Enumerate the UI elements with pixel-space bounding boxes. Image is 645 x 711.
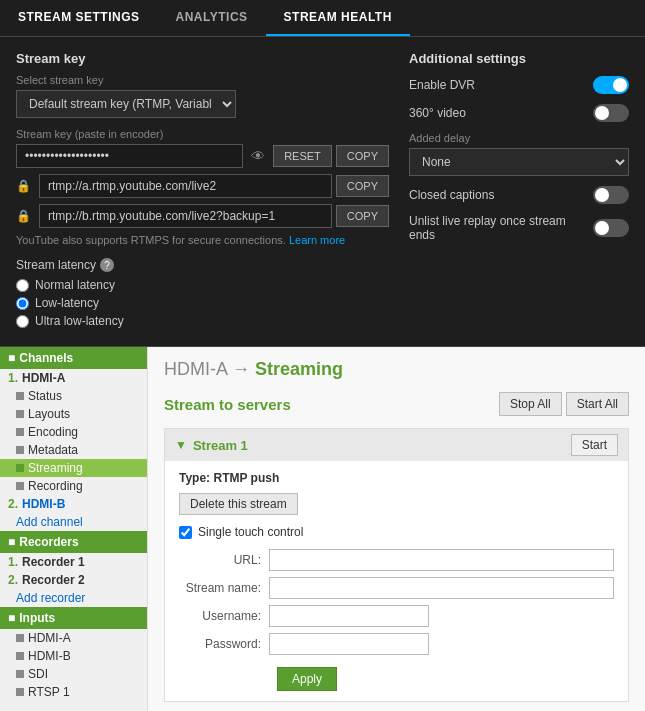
tabs-bar: STREAM SETTINGS ANALYTICS STREAM HEALTH	[0, 0, 645, 37]
username-input[interactable]	[269, 605, 429, 627]
recorders-arrow-icon: ■	[8, 535, 15, 549]
stream-settings-left: Stream key Select stream key Default str…	[16, 51, 389, 332]
page-title: HDMI-A → Streaming	[164, 359, 629, 380]
latency-normal-label: Normal latency	[35, 278, 115, 292]
help-icon: ?	[100, 258, 114, 272]
main-content: HDMI-A → Streaming Stream to servers Sto…	[148, 347, 645, 711]
password-row: Password:	[179, 633, 614, 655]
delay-label: Added delay	[409, 132, 629, 144]
inputs-header-label: Inputs	[19, 611, 55, 625]
delete-stream-button[interactable]: Delete this stream	[179, 493, 298, 515]
stream-key-input[interactable]	[16, 144, 243, 168]
encoding-label: Encoding	[28, 425, 78, 439]
password-input[interactable]	[269, 633, 429, 655]
backup-url-row: 🔒 COPY	[16, 204, 389, 228]
rtsp1-input-icon	[16, 688, 24, 696]
streaming-square-icon	[16, 464, 24, 472]
copy-backup-button[interactable]: COPY	[336, 205, 389, 227]
sidebar-item-hdmi-a-header[interactable]: 1. HDMI-A	[0, 369, 147, 387]
select-stream-key-label: Select stream key	[16, 74, 389, 86]
sidebar-item-streaming[interactable]: Streaming	[0, 459, 147, 477]
stop-all-button[interactable]: Stop All	[499, 392, 562, 416]
stream-1-header-left: ▼ Stream 1	[175, 438, 248, 453]
server-url-row: 🔒 COPY	[16, 174, 389, 198]
stream-name-input[interactable]	[269, 577, 614, 599]
channels-header: ■ Channels	[0, 347, 147, 369]
stream-settings-right: Additional settings Enable DVR 360° vide…	[409, 51, 629, 332]
url-input[interactable]	[269, 549, 614, 571]
type-label: Type:	[179, 471, 210, 485]
single-touch-checkbox[interactable]	[179, 526, 192, 539]
sidebar-item-hdmi-a-input[interactable]: HDMI-A	[0, 629, 147, 647]
tab-stream-settings[interactable]: STREAM SETTINGS	[0, 0, 158, 36]
bottom-section: ■ Channels 1. HDMI-A Status Layouts Enco…	[0, 347, 645, 711]
video360-toggle[interactable]	[593, 104, 629, 122]
delay-dropdown[interactable]: None	[409, 148, 629, 176]
sidebar-item-recorder1[interactable]: 1. Recorder 1	[0, 553, 147, 571]
stream-settings-content: Stream key Select stream key Default str…	[0, 37, 645, 346]
status-square-icon	[16, 392, 24, 400]
dvr-toggle[interactable]	[593, 76, 629, 94]
sidebar-item-sdi-input[interactable]: SDI	[0, 665, 147, 683]
layouts-square-icon	[16, 410, 24, 418]
latency-ultra[interactable]: Ultra low-latency	[16, 314, 389, 328]
sidebar-item-add-recorder[interactable]: Add recorder	[0, 589, 147, 607]
channel-1-label: HDMI-A	[22, 371, 65, 385]
tab-stream-health[interactable]: STREAM HEALTH	[266, 0, 410, 36]
stream-key-field-label: Stream key (paste in encoder)	[16, 128, 389, 140]
latency-low-radio[interactable]	[16, 297, 29, 310]
top-section: STREAM SETTINGS ANALYTICS STREAM HEALTH …	[0, 0, 645, 346]
copy-url-button[interactable]: COPY	[336, 175, 389, 197]
apply-button[interactable]: Apply	[277, 667, 337, 691]
copy-key-button[interactable]: COPY	[336, 145, 389, 167]
latency-normal[interactable]: Normal latency	[16, 278, 389, 292]
username-label: Username:	[179, 609, 269, 623]
latency-section: Stream latency ? Normal latency Low-late…	[16, 258, 389, 328]
sidebar-item-rtsp1-input[interactable]: RTSP 1	[0, 683, 147, 701]
channel-2-num: 2.	[8, 497, 18, 511]
stream-1-card: ▼ Stream 1 Start Type: RTMP push Delete …	[164, 428, 629, 702]
hdmi-a-input-label: HDMI-A	[28, 631, 71, 645]
learn-more-link[interactable]: Learn more	[289, 234, 345, 246]
latency-normal-radio[interactable]	[16, 279, 29, 292]
sidebar-item-layouts[interactable]: Layouts	[0, 405, 147, 423]
sidebar-item-status[interactable]: Status	[0, 387, 147, 405]
reset-button[interactable]: RESET	[273, 145, 332, 167]
sidebar: ■ Channels 1. HDMI-A Status Layouts Enco…	[0, 347, 148, 711]
start-all-button[interactable]: Start All	[566, 392, 629, 416]
latency-label: Stream latency ?	[16, 258, 389, 272]
inputs-header: ■ Inputs	[0, 607, 147, 629]
additional-settings-title: Additional settings	[409, 51, 629, 66]
rtmps-note: YouTube also supports RTMPS for secure c…	[16, 234, 389, 246]
video360-label: 360° video	[409, 106, 466, 120]
captions-toggle[interactable]	[593, 186, 629, 204]
stream-key-input-row: 👁 RESET COPY	[16, 144, 389, 168]
tab-analytics[interactable]: ANALYTICS	[158, 0, 266, 36]
page-title-highlight: Streaming	[255, 359, 343, 379]
unlist-toggle[interactable]	[593, 219, 629, 237]
channel-1-num: 1.	[8, 371, 18, 385]
sidebar-item-recorder2[interactable]: 2. Recorder 2	[0, 571, 147, 589]
sidebar-item-metadata[interactable]: Metadata	[0, 441, 147, 459]
stream-key-section-label: Stream key	[16, 51, 389, 66]
sidebar-item-hdmi-b-input[interactable]: HDMI-B	[0, 647, 147, 665]
stream-key-dropdown[interactable]: Default stream key (RTMP, Variable)	[16, 90, 236, 118]
backup-url-input[interactable]	[39, 204, 332, 228]
sidebar-item-encoding[interactable]: Encoding	[0, 423, 147, 441]
sidebar-item-recording[interactable]: Recording	[0, 477, 147, 495]
sidebar-item-add-channel[interactable]: Add channel	[0, 513, 147, 531]
sidebar-item-hdmi-b[interactable]: 2. HDMI-B	[0, 495, 147, 513]
stream-1-chevron-icon: ▼	[175, 438, 187, 452]
latency-ultra-radio[interactable]	[16, 315, 29, 328]
stream-1-label: Stream 1	[193, 438, 248, 453]
recorders-header-label: Recorders	[19, 535, 78, 549]
inputs-arrow-icon: ■	[8, 611, 15, 625]
streaming-label: Streaming	[28, 461, 83, 475]
server-url-input[interactable]	[39, 174, 332, 198]
layouts-label: Layouts	[28, 407, 70, 421]
stream-1-body: Type: RTMP push Delete this stream Singl…	[165, 461, 628, 701]
latency-low[interactable]: Low-latency	[16, 296, 389, 310]
stream-1-start-button[interactable]: Start	[571, 434, 618, 456]
recorder2-label: Recorder 2	[22, 573, 85, 587]
sdi-input-label: SDI	[28, 667, 48, 681]
